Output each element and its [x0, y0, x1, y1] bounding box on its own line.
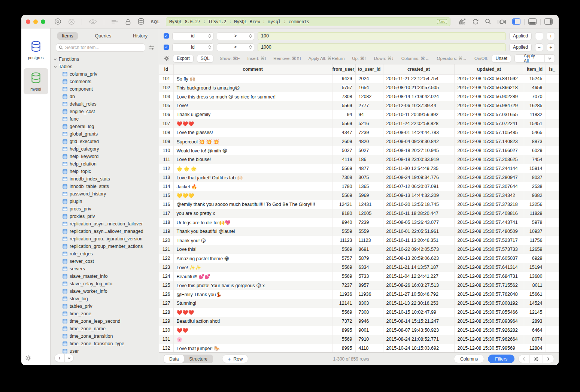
- table-row[interactable]: 125Love this photo! Your hair is gorgeou…: [159, 281, 559, 290]
- cell-comment[interactable]: ❤️❤️❤️: [173, 308, 332, 317]
- cell-from_user_id[interactable]: 9429: [332, 74, 355, 83]
- cell-item_id[interactable]: 2538: [524, 182, 546, 191]
- cell-from_user_id[interactable]: 5569: [332, 335, 355, 344]
- sidebar-table-time_zone_leap_second[interactable]: time_zone_leap_second: [54, 317, 159, 325]
- cell-id[interactable]: 131: [159, 335, 173, 344]
- cell-is_[interactable]: [546, 281, 559, 290]
- cell-item_id[interactable]: 12884: [524, 344, 546, 352]
- cell-item_id[interactable]: 5978: [524, 218, 546, 227]
- cell-updated_at[interactable]: 2015-12-08 15:30:57.715562: [454, 281, 524, 290]
- cell-updated_at[interactable]: 2015-12-08 15:30:57.307644: [454, 182, 524, 191]
- filter-applied-button[interactable]: Applied: [509, 32, 532, 40]
- cell-to_user_id[interactable]: 8957: [355, 281, 383, 290]
- cell-is_[interactable]: [546, 128, 559, 137]
- cell-item_id[interactable]: 12145: [524, 308, 546, 317]
- cell-item_id[interactable]: 8074: [524, 335, 546, 344]
- cell-to_user_id[interactable]: 12082: [355, 92, 383, 101]
- filter-field-select[interactable]: id: [172, 32, 213, 40]
- cell-id[interactable]: 102: [159, 83, 173, 92]
- cell-to_user_id[interactable]: 1654: [355, 83, 383, 92]
- table-row[interactable]: 111Love the blouse!41181862015-08-18 23:…: [159, 155, 559, 164]
- cell-is_[interactable]: [546, 335, 559, 344]
- cell-from_user_id[interactable]: 7372: [332, 317, 355, 326]
- table-row[interactable]: 113Love that jacket! Outfit is fab 🙌🏻730…: [159, 173, 559, 182]
- cell-created_at[interactable]: 2015-10-11 13:20:46.351: [383, 236, 454, 245]
- cell-created_at[interactable]: 2015-10-22 09:42:05.573: [383, 245, 454, 254]
- filter-operator-select[interactable]: >: [217, 32, 254, 40]
- cell-updated_at[interactable]: 2015-12-08 15:30:57.140823: [454, 137, 524, 146]
- cell-created_at[interactable]: 2015-08-14 17:09:42.024: [383, 92, 454, 101]
- cell-to_user_id[interactable]: 4820: [355, 137, 383, 146]
- tab-queries[interactable]: Queries: [90, 32, 116, 40]
- cell-from_user_id[interactable]: 2609: [332, 137, 355, 146]
- cell-to_user_id[interactable]: 9001: [355, 326, 383, 335]
- filter-settings-gear-icon[interactable]: [164, 55, 170, 61]
- cell-comment[interactable]: Love that jumper! 🐎: [173, 344, 332, 352]
- cell-item_id[interactable]: 6929: [524, 254, 546, 263]
- cell-comment[interactable]: Thank you beautiful @laurel: [173, 227, 332, 236]
- cell-is_[interactable]: [546, 164, 559, 173]
- add-item-button[interactable]: +: [55, 354, 64, 362]
- cell-is_[interactable]: [546, 137, 559, 146]
- cell-to_user_id[interactable]: 7239: [355, 218, 383, 227]
- cell-from_user_id[interactable]: 8995: [332, 326, 355, 335]
- cell-from_user_id[interactable]: 7237: [332, 281, 355, 290]
- cell-from_user_id[interactable]: 5757: [332, 254, 355, 263]
- table-row[interactable]: 116@emily thank you soooo much beautiful…: [159, 200, 559, 209]
- cell-from_user_id[interactable]: 12141: [332, 299, 355, 308]
- unset-button[interactable]: Unset: [492, 55, 511, 63]
- table-row[interactable]: 102This background is amazing😍5757165420…: [159, 83, 559, 92]
- cell-updated_at[interactable]: 2015-12-08 15:30:57.684731: [454, 272, 524, 281]
- sidebar-table-help_keyword[interactable]: help_keyword: [54, 153, 159, 160]
- cell-updated_at[interactable]: 2015-12-08 15:30:56.841592: [454, 74, 524, 83]
- sidebar-table-time_zone_name[interactable]: time_zone_name: [54, 325, 159, 332]
- cell-comment[interactable]: Stunning!: [173, 299, 332, 308]
- cell-item_id[interactable]: 10937: [524, 227, 546, 236]
- sidebar-table-time_zone[interactable]: time_zone: [54, 310, 159, 317]
- cell-updated_at[interactable]: 2015-12-08 15:30:57.203625: [454, 155, 524, 164]
- cell-item_id[interactable]: 14524: [524, 299, 546, 308]
- table-row[interactable]: 120Thank you! 😘11123111232015-10-11 13:2…: [159, 236, 559, 245]
- cell-updated_at[interactable]: 2015-12-08 15:30:57.573733: [454, 245, 524, 254]
- sidebar-table-gtid_executed[interactable]: gtid_executed: [54, 138, 159, 145]
- cell-from_user_id[interactable]: 5569: [332, 119, 355, 128]
- cell-updated_at[interactable]: 2015-12-08 15:30:57.031655: [454, 110, 524, 119]
- cell-updated_at[interactable]: 2015-12-08 15:30:56.866218: [454, 83, 524, 92]
- cell-updated_at[interactable]: 2015-12-08 15:30:57.373218: [454, 200, 524, 209]
- cell-comment[interactable]: Love that jacket! Outfit is fab 🙌🏻: [173, 173, 332, 182]
- cell-id[interactable]: 129: [159, 317, 173, 326]
- cell-created_at[interactable]: 2015-10-01 22:05:51.961: [383, 227, 454, 236]
- table-row[interactable]: 114Jacket 🔥178013652015-07-12 06:20:07.0…: [159, 182, 559, 191]
- cell-from_user_id[interactable]: 5569: [332, 191, 355, 200]
- cell-comment[interactable]: you are so pretty x: [173, 209, 332, 218]
- cell-item_id[interactable]: 9382: [524, 191, 546, 200]
- cell-id[interactable]: 128: [159, 308, 173, 317]
- table-row[interactable]: 115💛💛💛556959692015-09-13 14:44:32.209201…: [159, 191, 559, 200]
- cell-is_[interactable]: [546, 110, 559, 119]
- chevron-down-icon[interactable]: [544, 55, 555, 62]
- disconnect-icon[interactable]: [68, 18, 75, 25]
- cell-updated_at[interactable]: 2015-12-08 15:30:56.902289: [454, 92, 524, 101]
- cell-updated_at[interactable]: 2015-12-08 15:30:57.605037: [454, 254, 524, 263]
- cell-comment[interactable]: Love this dress so much 😍 so nice for su…: [173, 92, 332, 101]
- cell-is_[interactable]: [546, 344, 559, 352]
- zoom-window-button[interactable]: [41, 19, 45, 24]
- cell-from_user_id[interactable]: 5569: [332, 164, 355, 173]
- table-row[interactable]: 117you are so pretty x8180120052015-10-1…: [159, 209, 559, 218]
- cell-created_at[interactable]: 2015-08-05 13:26:43.077: [383, 218, 454, 227]
- cell-is_[interactable]: [546, 272, 559, 281]
- column-header-is_[interactable]: is_: [546, 64, 559, 74]
- cell-created_at[interactable]: 2015-11-30 12:54:49.735: [383, 164, 454, 173]
- cell-id[interactable]: 105: [159, 101, 173, 110]
- filter-enabled-checkbox[interactable]: ✓: [164, 33, 169, 39]
- filter-applied-button[interactable]: Applied: [509, 43, 532, 51]
- cell-item_id[interactable]: 15451: [524, 119, 546, 128]
- cell-to_user_id[interactable]: 9946: [355, 317, 383, 326]
- cell-from_user_id[interactable]: 5569: [332, 263, 355, 272]
- cell-item_id[interactable]: 6464: [524, 326, 546, 335]
- cell-id[interactable]: 122: [159, 254, 173, 263]
- cell-to_user_id[interactable]: 5216: [355, 119, 383, 128]
- cell-item_id[interactable]: 7070: [524, 92, 546, 101]
- sidebar-table-engine_cost[interactable]: engine_cost: [54, 108, 159, 115]
- sidebar-table-time_zone_transition[interactable]: time_zone_transition: [54, 332, 159, 340]
